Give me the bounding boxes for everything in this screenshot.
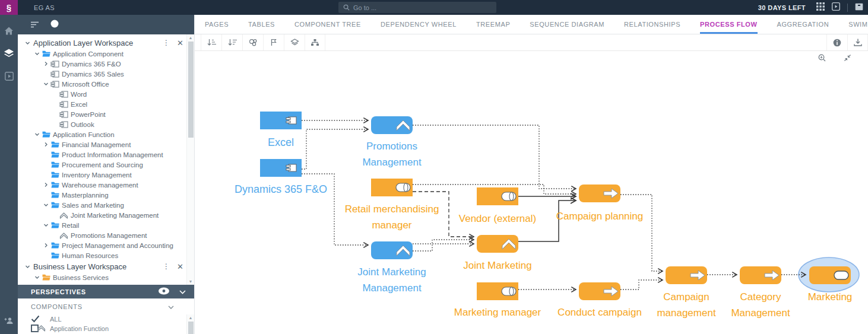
diagram-node-retail-merchandising-manager[interactable]: Retail merchandisingmanager <box>345 179 439 231</box>
diagram-node-dynamics-365-fo[interactable]: Dynamics 365 F&O <box>235 159 327 195</box>
tab-component-tree[interactable]: COMPONENT TREE <box>294 15 361 34</box>
diagram-node-label: Marketing manager <box>454 307 541 318</box>
tree-item[interactable]: Product Information Management <box>18 149 194 160</box>
chevron-down-icon[interactable] <box>168 303 174 310</box>
scrollbar-thumb[interactable] <box>188 42 194 138</box>
diagram-edge[interactable] <box>413 125 576 189</box>
tree-item[interactable]: Inventory Management <box>18 170 194 180</box>
component-filter-row[interactable]: Application Function <box>18 324 194 333</box>
scroll-down-icon[interactable]: ▼ <box>187 279 194 284</box>
close-icon[interactable]: ✕ <box>177 39 183 47</box>
scroll-up-icon[interactable]: ▲ <box>187 36 194 40</box>
tree-item[interactable]: Promotions Management <box>18 230 194 240</box>
tree-item[interactable]: Microsoft Office <box>18 79 194 89</box>
components-scrollbar[interactable]: ▲ <box>186 314 194 334</box>
tree-item[interactable]: Business Services <box>18 272 194 282</box>
tree-item[interactable]: Dynamics 365 F&O <box>18 59 194 69</box>
diagram-node-promotions-management[interactable]: PromotionsManagement <box>362 116 422 168</box>
process-flow-diagram[interactable]: ExcelDynamics 365 F&OPromotionsManagemen… <box>195 51 868 334</box>
cluster-icon[interactable] <box>242 34 263 50</box>
layers-diamond-icon[interactable] <box>284 34 305 50</box>
perspectives-bar[interactable]: PERSPECTIVES <box>18 285 194 298</box>
flag-icon[interactable] <box>263 34 284 50</box>
tree-item[interactable]: Financial Management <box>18 139 194 149</box>
global-search[interactable]: Go to ... <box>338 2 496 13</box>
tree-item[interactable]: Procurement and Sourcing <box>18 160 194 170</box>
kebab-menu-icon[interactable]: ⋮ <box>163 263 170 270</box>
diagram-node-category-management[interactable]: CategoryManagement <box>731 266 790 319</box>
diagram-edge[interactable] <box>620 195 663 271</box>
caret-down-icon[interactable] <box>24 40 31 46</box>
tab-sequence-diagram[interactable]: SEQUENCE DIAGRAM <box>530 15 604 34</box>
tree-item-label: Business Services <box>53 274 109 281</box>
folder-blue-icon <box>50 141 60 148</box>
diagram-node-joint-marketing-management[interactable]: Joint MarketingManagement <box>357 241 426 294</box>
diagram-node-campaign-management[interactable]: Campaignmanagement <box>657 266 716 319</box>
download-icon[interactable] <box>847 34 868 50</box>
sort-desc-icon[interactable] <box>221 34 242 50</box>
workspace-header[interactable]: Application Layer Workspace⋮✕ <box>18 37 194 49</box>
sort-asc-icon[interactable] <box>201 34 221 50</box>
diagram-node-excel[interactable]: Excel <box>260 112 302 148</box>
caret-right-icon <box>43 243 49 248</box>
app-logo[interactable]: § <box>0 0 18 15</box>
tree-item[interactable]: Word <box>18 89 194 99</box>
tree-item[interactable]: Project Management and Accounting <box>18 240 194 250</box>
status-dot-icon[interactable] <box>50 20 59 30</box>
tab-treemap[interactable]: TREEMAP <box>476 15 510 34</box>
diagram-edge[interactable] <box>413 240 474 251</box>
invite-user-icon[interactable] <box>0 311 18 329</box>
tree-scrollbar[interactable]: ▲ ▼ <box>186 34 194 285</box>
tree-item[interactable]: Human Resources <box>18 250 194 260</box>
tab-process-flow[interactable]: PROCESS FLOW <box>700 15 757 34</box>
diagram-edge[interactable] <box>302 129 368 169</box>
tree-item[interactable]: Dynamics 365 Sales <box>18 69 194 79</box>
component-filter-row[interactable]: ALL <box>18 314 194 324</box>
hierarchy-icon[interactable] <box>305 34 325 50</box>
diagram-canvas[interactable]: ExcelDynamics 365 F&OPromotionsManagemen… <box>195 51 868 334</box>
diagram-edge[interactable] <box>620 280 663 290</box>
close-icon[interactable]: ✕ <box>177 263 183 271</box>
apps-grid-icon[interactable] <box>816 2 825 13</box>
tab-swimlanes[interactable]: SWIMLANES <box>848 15 868 34</box>
tree-item[interactable]: Warehouse management <box>18 180 194 190</box>
tab-dependency-wheel[interactable]: DEPENDENCY WHEEL <box>381 15 457 34</box>
tree-item[interactable]: PowerPoint <box>18 109 194 119</box>
components-header[interactable]: COMPONENTS <box>18 299 194 314</box>
diagram-node-vendor-external[interactable]: Vendor (external) <box>459 187 536 224</box>
tree-item[interactable]: Masterplanning <box>18 190 194 200</box>
tab-aggregation[interactable]: AGGREGATION <box>777 15 829 34</box>
video-play-icon[interactable] <box>832 2 840 13</box>
tab-relationships[interactable]: RELATIONSHIPS <box>624 15 680 34</box>
workspace-header[interactable]: Business Layer Workspace⋮✕ <box>18 260 194 272</box>
chevron-down-icon[interactable] <box>179 288 186 295</box>
scrollbar-thumb[interactable] <box>188 322 194 334</box>
workspace-title: Business Layer Workspace <box>33 262 126 271</box>
info-icon[interactable] <box>826 34 847 50</box>
tree-item[interactable]: Outlook <box>18 119 194 129</box>
diagram-node-joint-marketing[interactable]: Joint Marketing <box>463 235 531 271</box>
view-toolbar <box>195 34 868 51</box>
play-window-icon[interactable] <box>0 67 18 85</box>
tree-item[interactable]: Joint Marketing Management <box>18 210 194 220</box>
tree-item[interactable]: Retail <box>18 220 194 230</box>
tab-tables[interactable]: TABLES <box>248 15 275 34</box>
tree-item[interactable]: Excel <box>18 99 194 109</box>
board-icon[interactable] <box>855 2 863 13</box>
layers-icon[interactable] <box>0 44 18 62</box>
scroll-up-icon[interactable]: ▲ <box>187 316 194 320</box>
diagram-node-conduct-campaign[interactable]: Conduct campaign <box>557 282 642 318</box>
trial-badge: 30 DAYS LEFT <box>758 4 806 11</box>
eye-icon[interactable] <box>158 287 170 296</box>
tree-item[interactable]: Application Function <box>18 129 194 139</box>
tree-item[interactable]: Application Component <box>18 49 194 59</box>
tab-pages[interactable]: PAGES <box>205 15 229 34</box>
tree-item[interactable]: Sales and Marketing <box>18 200 194 210</box>
kebab-menu-icon[interactable]: ⋮ <box>163 39 170 46</box>
diagram-node-marketing-manager[interactable]: Marketing manager <box>454 282 541 318</box>
diagram-node-campaign-planning[interactable]: Campaign planning <box>556 185 644 222</box>
caret-down-icon[interactable] <box>24 264 31 269</box>
function-icon <box>59 232 69 239</box>
filter-icon[interactable] <box>31 20 40 30</box>
home-icon[interactable] <box>0 22 18 40</box>
